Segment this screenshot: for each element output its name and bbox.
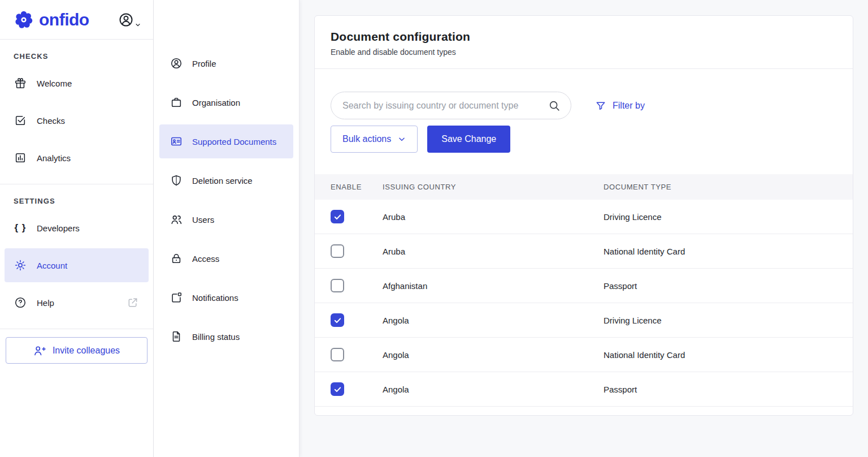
lock-icon [170,252,183,265]
primary-sidebar: onfido CHECKS [0,0,154,457]
page-subtitle: Enable and disable document types [331,48,837,57]
search-icon [548,100,561,112]
table-row: Aruba Driving Licence [315,200,853,234]
sidebar-item-label: Account [37,261,67,270]
filter-icon [595,100,606,111]
help-icon [14,296,27,309]
table-row: Angola Driving Licence [315,303,853,338]
document-type-cell: National Identity Card [604,350,853,360]
header-enable: ENABLE [315,183,383,191]
document-type-cell: Passport [604,385,853,394]
enable-checkbox[interactable] [331,348,344,361]
checks-section: CHECKS Welcome Checks [0,40,153,184]
chevron-down-icon [135,22,141,28]
issuing-country-cell: Angola [383,350,604,360]
filter-by-button[interactable]: Filter by [595,100,645,111]
settings-item-label: Organisation [192,98,240,107]
bulk-actions-button[interactable]: Bulk actions [331,126,418,153]
sidebar-item-label: Welcome [37,79,72,88]
notification-icon [170,291,183,304]
sidebar-item-account[interactable]: Account [5,248,149,282]
issuing-country-cell: Aruba [383,212,604,222]
account-menu[interactable] [118,12,141,28]
settings-item-organisation[interactable]: Organisation [159,85,293,119]
chevron-down-icon [398,135,406,143]
document-type-cell: National Identity Card [604,247,853,256]
document-type-cell: Passport [604,281,853,291]
table-header-row: ENABLE ISSUING COUNTRY DOCUMENT TYPE [315,174,853,200]
checks-section-label: CHECKS [0,48,153,66]
sidebar-item-checks[interactable]: Checks [5,104,149,137]
logo-wordmark: onfido [39,10,89,29]
main-content: Document configuration Enable and disabl… [300,0,868,457]
shield-icon [170,174,183,187]
checkmark-icon [333,385,342,394]
settings-item-label: Supported Documents [192,137,276,146]
issuing-country-cell: Afghanistan [383,281,604,291]
issuing-country-cell: Angola [383,316,604,325]
invite-colleagues-button[interactable]: Invite colleagues [6,337,147,364]
card-header: Document configuration Enable and disabl… [315,16,853,69]
checks-icon [14,114,27,127]
sidebar-item-label: Checks [37,116,65,126]
table-row: Angola National Identity Card [315,338,853,372]
profile-icon [170,57,183,70]
enable-checkbox[interactable] [331,313,344,327]
settings-item-billing-status[interactable]: Billing status [159,320,293,353]
table-row: Angola Passport [315,372,853,407]
settings-item-supported-documents[interactable]: Supported Documents [159,124,293,158]
billing-doc-icon [170,330,183,343]
settings-item-label: Users [192,215,214,225]
avatar-icon [118,12,134,28]
sidebar-item-analytics[interactable]: Analytics [5,141,149,175]
invite-person-icon [33,344,46,357]
onfido-logo[interactable]: onfido [14,10,89,30]
external-link-icon [126,297,140,308]
document-type-cell: Driving Licence [604,212,853,222]
settings-item-deletion-service[interactable]: Deletion service [159,163,293,197]
sidebar-header: onfido [0,0,153,40]
enable-checkbox[interactable] [331,279,344,292]
analytics-icon [14,152,27,164]
sidebar-item-label: Developers [37,223,80,233]
save-change-button[interactable]: Save Change [427,126,510,153]
sidebar-item-label: Help [37,298,54,308]
enable-checkbox[interactable] [331,382,344,396]
sidebar-item-help[interactable]: Help [5,286,149,320]
search-input[interactable] [342,101,548,111]
sidebar-item-welcome[interactable]: Welcome [5,66,149,100]
bulk-actions-label: Bulk actions [342,134,391,144]
settings-item-label: Notifications [192,293,238,303]
table-row: Afghanistan Passport [315,269,853,303]
settings-item-label: Profile [192,59,216,68]
sidebar-item-developers[interactable]: { } Developers [5,211,149,245]
settings-item-label: Access [192,254,219,264]
header-document-type: DOCUMENT TYPE [604,183,853,191]
gear-icon [14,259,27,271]
search-box [331,92,571,119]
users-icon [170,213,183,226]
checkmark-icon [333,316,342,325]
table-row: Aruba National Identity Card [315,234,853,269]
page-title: Document configuration [331,30,837,44]
settings-item-profile[interactable]: Profile [159,46,293,80]
enable-checkbox[interactable] [331,210,344,223]
enable-checkbox[interactable] [331,244,344,258]
gift-icon [14,77,27,89]
sidebar-item-label: Analytics [37,153,71,163]
settings-item-label: Deletion service [192,176,253,186]
table-controls: Filter by Bulk actions Save Change [315,69,853,153]
settings-section-label: SETTINGS [0,192,153,211]
settings-section: SETTINGS { } Developers Account [0,184,153,329]
settings-item-access[interactable]: Access [159,242,293,275]
issuing-country-cell: Angola [383,385,604,394]
invite-button-label: Invite colleagues [53,346,120,356]
header-issuing-country: ISSUING COUNTRY [383,183,604,191]
settings-item-notifications[interactable]: Notifications [159,281,293,314]
settings-item-label: Billing status [192,332,240,342]
documents-table: ENABLE ISSUING COUNTRY DOCUMENT TYPE Aru… [315,174,853,407]
settings-sidebar: Profile Organisation Supported Documents [154,0,300,457]
onfido-logo-icon [14,10,34,30]
document-type-cell: Driving Licence [604,316,853,325]
settings-item-users[interactable]: Users [159,202,293,236]
